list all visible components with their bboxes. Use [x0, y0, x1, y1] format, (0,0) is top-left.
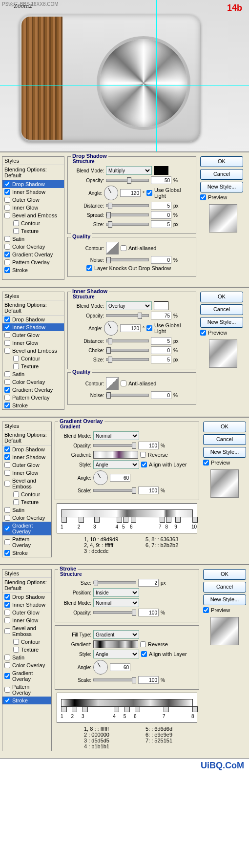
style-item-pattern-overlay[interactable]: Pattern Overlay: [2, 258, 64, 266]
slider[interactable]: [106, 358, 149, 361]
slider[interactable]: [106, 258, 149, 261]
style-checkbox[interactable]: [13, 647, 19, 653]
style-checkbox[interactable]: [4, 395, 10, 401]
style-checkbox[interactable]: [4, 317, 10, 322]
value-input[interactable]: [151, 391, 171, 399]
slider[interactable]: [106, 314, 149, 317]
style-checkbox[interactable]: [13, 491, 19, 497]
blending-options[interactable]: Blending Options: Default: [2, 300, 64, 316]
slider[interactable]: [106, 213, 149, 216]
style-checkbox[interactable]: [4, 244, 10, 250]
style-select[interactable]: Angle: [93, 460, 139, 469]
style-checkbox[interactable]: [4, 379, 10, 385]
slider[interactable]: [93, 489, 136, 492]
gradient-stop[interactable]: [94, 517, 100, 523]
gradient-stop[interactable]: [79, 517, 84, 523]
gradient-stop[interactable]: [123, 517, 128, 523]
style-checkbox[interactable]: [13, 356, 19, 361]
style-item-outer-glow[interactable]: Outer Glow: [2, 196, 64, 204]
blend-mode-select[interactable]: Normal: [93, 598, 139, 607]
style-item-gradient-overlay[interactable]: Gradient Overlay: [2, 251, 64, 258]
angle-dial[interactable]: [104, 186, 118, 200]
style-checkbox[interactable]: [4, 617, 10, 623]
slider[interactable]: [93, 581, 136, 584]
new-style-button[interactable]: New Style...: [200, 317, 243, 328]
style-item-drop-shadow[interactable]: Drop Shadow: [2, 316, 64, 323]
style-item-contour[interactable]: Contour: [2, 355, 64, 362]
ok-button[interactable]: OK: [203, 569, 246, 580]
gradient-stop[interactable]: [62, 517, 67, 523]
style-item-color-overlay[interactable]: Color Overlay: [2, 378, 64, 386]
gradient-stop[interactable]: [114, 706, 119, 712]
style-checkbox[interactable]: [4, 673, 10, 679]
style-item-texture[interactable]: Texture: [2, 646, 51, 654]
value-input[interactable]: [151, 211, 171, 219]
gradient-stop[interactable]: [192, 517, 198, 523]
style-item-satin[interactable]: Satin: [2, 654, 51, 661]
value-input[interactable]: [151, 356, 171, 363]
style-checkbox[interactable]: [4, 402, 10, 408]
style-checkbox[interactable]: [13, 363, 19, 369]
style-checkbox[interactable]: [4, 602, 10, 608]
style-checkbox[interactable]: [4, 698, 10, 703]
gradient-stop[interactable]: [164, 706, 169, 712]
style-checkbox[interactable]: [4, 236, 10, 242]
value-input[interactable]: [138, 487, 159, 494]
global-light-checkbox[interactable]: [146, 190, 152, 196]
style-item-gradient-overlay[interactable]: Gradient Overlay: [2, 386, 64, 394]
gradient-stop[interactable]: [62, 706, 67, 712]
style-checkbox[interactable]: [4, 259, 10, 265]
style-checkbox[interactable]: [13, 639, 19, 645]
reverse-checkbox[interactable]: [140, 452, 146, 458]
style-checkbox[interactable]: [4, 507, 10, 513]
blending-options[interactable]: Blending Options: Default: [2, 165, 64, 180]
slider[interactable]: [106, 394, 149, 397]
gradient-preview[interactable]: [93, 451, 138, 459]
align-checkbox[interactable]: [141, 651, 147, 657]
style-item-pattern-overlay[interactable]: Pattern Overlay: [2, 394, 64, 402]
cancel-button[interactable]: Cancel: [200, 304, 243, 315]
style-item-color-overlay[interactable]: Color Overlay: [2, 514, 51, 522]
style-checkbox[interactable]: [4, 515, 10, 521]
preview-checkbox[interactable]: [203, 607, 209, 613]
style-item-contour[interactable]: Contour: [2, 219, 64, 227]
style-item-satin[interactable]: Satin: [2, 506, 51, 514]
slider[interactable]: [93, 444, 136, 447]
value-input[interactable]: [151, 256, 171, 264]
gradient-stop[interactable]: [72, 706, 77, 712]
style-checkbox[interactable]: [4, 446, 10, 452]
style-item-inner-shadow[interactable]: Inner Shadow: [2, 188, 64, 196]
style-item-inner-glow[interactable]: Inner Glow: [2, 204, 64, 212]
style-item-gradient-overlay[interactable]: Gradient Overlay: [2, 669, 51, 683]
color-swatch[interactable]: [154, 301, 168, 310]
cancel-button[interactable]: Cancel: [200, 169, 243, 180]
style-item-contour[interactable]: Contour: [2, 638, 51, 646]
style-item-drop-shadow[interactable]: Drop Shadow: [2, 593, 51, 601]
style-item-texture[interactable]: Texture: [2, 498, 51, 506]
style-item-stroke[interactable]: Stroke: [2, 402, 64, 409]
style-checkbox[interactable]: [4, 267, 10, 273]
style-checkbox[interactable]: [4, 371, 10, 377]
ok-button[interactable]: OK: [200, 156, 243, 167]
gradient-stop[interactable]: [192, 706, 198, 712]
style-item-bevel-and-emboss[interactable]: Bevel and Emboss: [2, 624, 51, 638]
position-select[interactable]: Inside: [93, 588, 139, 597]
style-item-bevel-and-emboss[interactable]: Bevel and Emboss: [2, 212, 64, 219]
style-item-drop-shadow[interactable]: Drop Shadow: [2, 180, 64, 188]
gradient-stop[interactable]: [135, 706, 140, 712]
style-item-satin[interactable]: Satin: [2, 370, 64, 378]
value-input[interactable]: [151, 176, 171, 184]
value-input[interactable]: [151, 220, 171, 228]
style-item-drop-shadow[interactable]: Drop Shadow: [2, 445, 51, 453]
slider[interactable]: [106, 339, 149, 342]
style-item-gradient-overlay[interactable]: Gradient Overlay: [2, 522, 51, 535]
slider[interactable]: [106, 349, 149, 352]
blending-options[interactable]: Blending Options: Default: [2, 430, 51, 445]
style-checkbox[interactable]: [13, 228, 19, 234]
style-checkbox[interactable]: [4, 610, 10, 615]
ok-button[interactable]: OK: [203, 422, 246, 432]
style-checkbox[interactable]: [4, 197, 10, 203]
style-item-inner-glow[interactable]: Inner Glow: [2, 339, 64, 347]
preview-checkbox[interactable]: [200, 330, 206, 336]
value-input[interactable]: [151, 202, 171, 210]
